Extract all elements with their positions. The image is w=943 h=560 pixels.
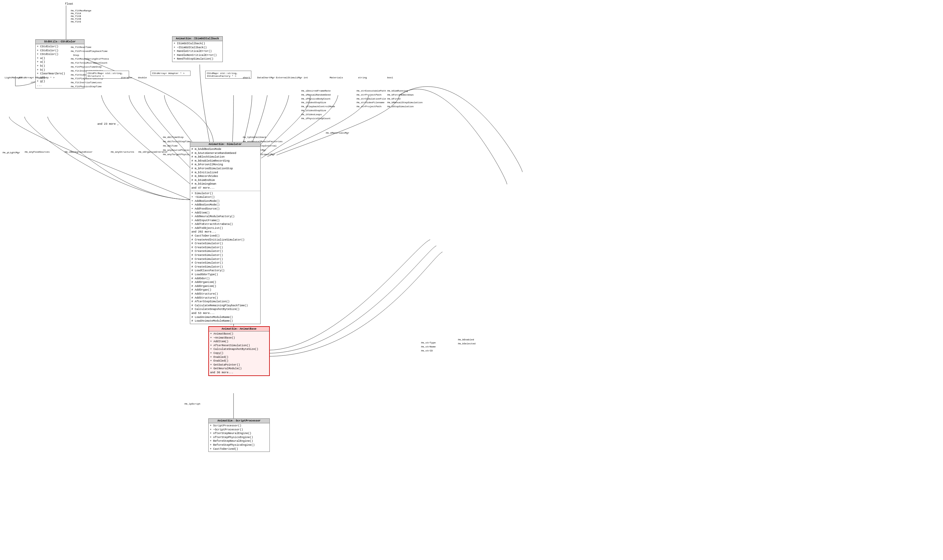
isim-gui-callback-box: AnimatSim::ISimGUICallback + ISimGUICall… <box>172 36 223 62</box>
m-any-structures: #m_anyStructures <box>111 151 134 153</box>
animat-base-type-field: #m_strType #m_strName #m_strID <box>421 341 436 353</box>
and-23-more-label: and 23 more , <box>97 123 119 126</box>
bool-fields-group: #m_bSimRunning #m_bForceNoWindows #m_bFi… <box>387 89 423 109</box>
m-v-background-color: #m_vBackgroundColor <box>65 151 92 153</box>
m-dbl-total-step-time: #m_dblTotalStepTime <box>163 140 191 143</box>
field-fltA: #m_fltA <box>71 12 91 15</box>
simulator-box: AnimatSim::Simulator # m_bAddBodiesMode … <box>190 142 261 324</box>
field-fltMaxRange: #m_fltMaxRange <box>71 9 91 12</box>
connection-lines <box>0 0 943 560</box>
field-fltB2: #m_fltB <box>71 17 91 20</box>
isim-callback-title: AnimatSim::ISimGUICallback <box>172 37 223 41</box>
field-fltB1: #m_fltB <box>71 15 91 17</box>
script-processor-box: AnimatSim::ScriptProcessor + ScriptProce… <box>208 418 270 452</box>
script-processor-title: AnimatSim::ScriptProcessor <box>209 419 269 423</box>
right-fields-group: #m_iDesiredFrameRate #m_iManualRandomSee… <box>301 89 335 120</box>
diagram-canvas: { "diagram": { "title": "UML Class Diagr… <box>0 0 943 560</box>
cstd-array-adapter-box: CStdArray< Adapter * > <box>151 71 191 76</box>
simulator-methods: + Simulator() + ~Simulator() + AddBodies… <box>190 191 260 324</box>
animat-base-title: AnimatSim::AnimatBase <box>209 327 269 331</box>
iterator-label: iterator <box>121 76 132 79</box>
m-o-materials-mgr: #m_oMaterialsMgr <box>326 131 349 134</box>
external-stimuli-mgr-label: ExternalStimuliMgr <box>276 76 302 79</box>
m-tp-sim-callback: #m_tpSimCallback <box>243 136 266 138</box>
string-fields-group: #m_strExecutablePath #m_strProjectPath #… <box>357 89 386 109</box>
m-dbl-timestep: #m_dblTimeStep <box>163 136 183 138</box>
materials-label: Materials <box>330 76 343 79</box>
bool-label: bool <box>387 76 393 79</box>
simulator-attributes: # m_bAddBodiesMode # m_bAutoGenerateRand… <box>190 147 260 191</box>
left-fields-group: #m_pLightMgr <box>3 151 20 155</box>
string-label: string <box>358 76 367 79</box>
float-label: float <box>60 3 78 6</box>
data-chart-mgr-label: DataChartMgr <box>257 76 275 79</box>
std-color-fields-below: #m_fltRealTime #m_fltPressedPlaybackTime… <box>71 45 112 89</box>
field-fltG: #m_fltG <box>71 20 91 23</box>
m-lp-script-label: #m_lpScript <box>185 402 201 405</box>
simulator-title: AnimatSim::Simulator <box>190 142 260 147</box>
animat-base-bool-fields: #m_bEnabled #m_bSelected <box>458 338 475 346</box>
m-any-food-sources: #m_anyFoodSources <box>25 151 50 153</box>
double-label: double <box>138 76 147 79</box>
m-dbl-time: #m_dblTime <box>163 145 178 147</box>
cstd-array-rigidbody-label: CStdArray< RigidBody * > <box>18 76 55 79</box>
isim-callback-methods: + ISimGUICallback() + ~ISimGUICallback()… <box>172 41 223 62</box>
int-label: int <box>304 76 308 79</box>
script-processor-methods: + ScriptProcessor() + ~ScriptProcessor()… <box>209 423 269 452</box>
animat-base-box: AnimatSim::AnimatBase + AnimatBase() + ~… <box>208 326 270 376</box>
short-label: short <box>243 76 250 79</box>
animat-base-methods: + AnimatBase() + ~AnimatBase() + AddItem… <box>209 331 269 375</box>
float-fields: #m_fltMaxRange #m_fltA #m_fltB #m_fltB #… <box>71 9 91 23</box>
std-color-title: StdUtils::CStdColor <box>35 40 84 44</box>
